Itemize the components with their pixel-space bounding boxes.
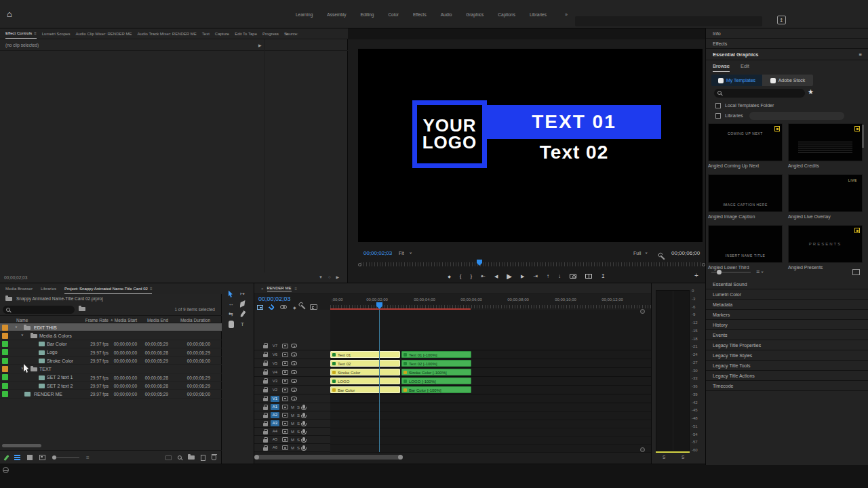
template-thumbnail[interactable]: PRESENTS (788, 225, 863, 263)
track-target-button[interactable]: V6 (271, 352, 279, 358)
mic-record-icon[interactable] (302, 445, 305, 449)
expander-icon[interactable]: ∨ (21, 333, 24, 337)
fx-badge-icon[interactable] (403, 371, 407, 374)
slider-knob[interactable] (717, 270, 722, 274)
lock-icon[interactable] (263, 398, 268, 401)
template-grid-scrollbar[interactable] (862, 125, 864, 148)
track-target-button[interactable]: A6 (271, 445, 279, 451)
sync-lock-icon[interactable] (282, 437, 288, 442)
clip-selected[interactable]: LOGO (330, 378, 400, 384)
panel-tab[interactable]: Edit To Tape≡ (235, 28, 257, 39)
workspace-tab[interactable]: Assembly (327, 12, 346, 17)
project-row[interactable]: ∨ Stroke Color 29.97 fps 00;00;00;00 00;… (0, 357, 222, 365)
fx-badge-icon[interactable] (403, 388, 407, 392)
play-icon[interactable]: ▶ (507, 272, 512, 280)
solo-button[interactable]: S (297, 413, 300, 418)
sync-lock-icon[interactable] (282, 429, 288, 434)
project-horizontal-scrollbar[interactable] (2, 444, 41, 447)
new-bin-icon[interactable] (188, 455, 195, 460)
template-item[interactable]: IMAGE CAPTION HERE Angled Image Caption (708, 174, 783, 219)
track-output-eye-icon[interactable] (291, 379, 297, 383)
fx-badge-icon[interactable] (403, 380, 407, 383)
solo-left-channel[interactable]: S (663, 455, 665, 460)
workspace-tab[interactable]: Learning (296, 12, 313, 17)
clip-reversed[interactable]: LOGO [-100%] (401, 378, 471, 384)
pen-tool[interactable] (241, 310, 244, 318)
panel-tab[interactable]: Progress≡ (262, 28, 279, 39)
mic-record-icon[interactable] (302, 405, 305, 409)
template-search-input[interactable] (714, 89, 805, 98)
effect-controls-timecode[interactable]: 00;00;02;03 (4, 275, 27, 280)
clip-reversed[interactable]: Stroke Color [-100%] (401, 369, 471, 375)
lock-icon[interactable] (263, 389, 268, 392)
track-target-button[interactable]: V3 (271, 378, 279, 384)
stacked-panel-header[interactable]: Info (706, 28, 868, 39)
solo-button[interactable]: S (297, 405, 300, 409)
lock-icon[interactable] (263, 423, 268, 426)
fx-badge-icon[interactable] (332, 353, 336, 357)
fx-badge-icon[interactable] (332, 362, 336, 365)
track-target-button[interactable]: A4 (271, 428, 279, 434)
type-tool[interactable]: T (241, 321, 244, 328)
video-clip-lane[interactable]: LOGO LOGO [-100%] (330, 377, 651, 386)
sync-lock-icon[interactable] (282, 413, 288, 418)
track-output-eye-icon[interactable] (291, 388, 297, 392)
sort-order-dropdown[interactable]: ≡∨ (756, 268, 764, 275)
column-media-duration[interactable]: Media Duration (168, 318, 210, 323)
sync-lock-icon[interactable] (282, 379, 288, 384)
track-output-eye-icon[interactable] (291, 396, 297, 401)
sequence-tab-label[interactable]: RENDER ME (267, 286, 292, 291)
video-clip-lane[interactable]: Text 01 Text 01 [-100%] (330, 350, 651, 359)
mark-in-icon[interactable]: { (460, 273, 462, 279)
label-color-chip[interactable] (2, 349, 8, 355)
label-color-chip[interactable] (2, 374, 8, 380)
insert-as-nest-icon[interactable] (257, 305, 263, 310)
mic-record-icon[interactable] (302, 421, 305, 425)
stacked-panel-header[interactable]: Essential Sound (706, 279, 868, 289)
go-to-out-icon[interactable]: ⇥ (533, 273, 538, 279)
ruler-label[interactable]: 00;00;12;00 (592, 298, 633, 302)
sync-lock-icon[interactable] (282, 361, 288, 366)
ripple-edit-tool[interactable]: ↔ (229, 300, 234, 308)
mute-button[interactable]: M (291, 422, 294, 426)
sync-lock-icon[interactable] (282, 405, 288, 409)
scrubber-left-handle[interactable] (358, 263, 361, 266)
sync-lock-icon[interactable] (282, 396, 288, 401)
ruler-label[interactable]: 00;00;08;00 (498, 298, 538, 302)
template-thumbnail[interactable] (788, 123, 863, 161)
clip-selected[interactable]: Text 01 (330, 351, 400, 358)
template-thumbnail[interactable]: LIVE (788, 174, 863, 212)
panel-tab[interactable]: Audio Track Mixer: RENDER ME≡ (137, 28, 196, 39)
label-color-chip[interactable] (2, 333, 8, 339)
hand-tool[interactable] (229, 321, 234, 328)
track-output-eye-icon[interactable] (291, 370, 297, 374)
new-item-icon[interactable] (201, 455, 205, 461)
item-name[interactable]: RENDER ME (34, 392, 62, 396)
workspace-tab[interactable]: Editing (361, 12, 374, 17)
zoom-scrollbar-right-handle[interactable] (398, 455, 403, 460)
panel-menu-icon[interactable]: ≡ (150, 287, 153, 291)
export-icon[interactable]: ↥ (601, 273, 606, 279)
clip-reversed[interactable]: Bar Color [-100%] (401, 386, 471, 393)
track-target-button[interactable]: V7 (271, 343, 279, 349)
lock-icon[interactable] (263, 415, 268, 418)
project-row[interactable]: ∨ SET 2 text 2 29.97 fps 00;00;00;00 00;… (0, 382, 222, 390)
track-select-forward-tool[interactable]: ↦ (240, 290, 245, 298)
timeline-settings-icon[interactable] (300, 304, 305, 309)
stacked-panel-header[interactable]: Timecode (706, 381, 868, 391)
header-search-well[interactable] (575, 16, 762, 26)
panel-tab[interactable]: Libraries≡ (41, 283, 56, 294)
track-output-eye-icon[interactable] (291, 352, 297, 357)
zoom-slider[interactable] (52, 458, 79, 458)
panel-tab[interactable]: Media Browser≡ (5, 283, 33, 294)
label-color-chip[interactable] (2, 358, 8, 364)
label-color-chip[interactable] (2, 391, 8, 397)
add-marker-icon[interactable]: ◆ (448, 274, 451, 279)
clip-reversed[interactable]: Text 01 [-100%] (401, 351, 471, 358)
tab-browse-edit[interactable]: Edit (741, 60, 749, 72)
lock-icon[interactable] (263, 345, 268, 348)
sync-globe-icon[interactable] (3, 467, 9, 473)
template-thumbnail[interactable]: COMING UP NEXT (708, 123, 783, 161)
sync-lock-icon[interactable] (282, 344, 288, 348)
favorites-star-icon[interactable]: ★ (808, 88, 814, 96)
